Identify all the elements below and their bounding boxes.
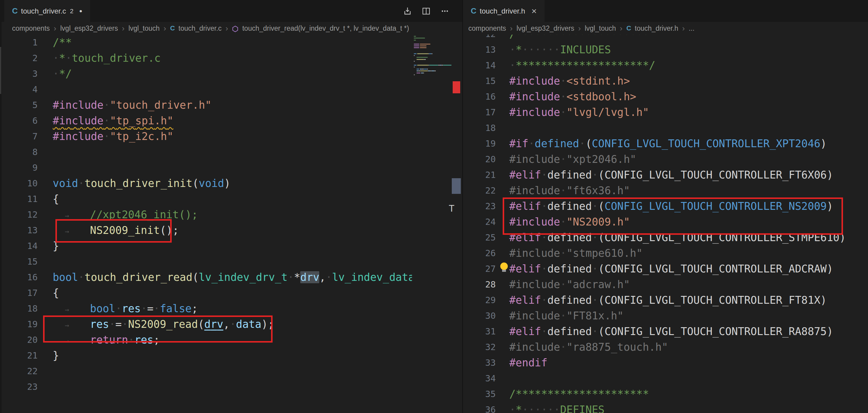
- code-line[interactable]: 12/*********************: [463, 35, 868, 42]
- download-icon[interactable]: [403, 6, 412, 16]
- line-number[interactable]: 17: [0, 285, 38, 301]
- lightbulb-icon[interactable]: [500, 262, 508, 270]
- line-number[interactable]: 30: [463, 308, 496, 324]
- breadcrumb-item-lvgl-esp32-drivers[interactable]: lvgl_esp32_drivers: [60, 24, 118, 33]
- code-line[interactable]: 11{: [0, 191, 412, 207]
- line-number[interactable]: 35: [463, 386, 496, 402]
- line-number[interactable]: 26: [463, 245, 496, 261]
- scrollbar-left[interactable]: T: [452, 35, 461, 413]
- line-number[interactable]: 2: [0, 50, 38, 66]
- code-line[interactable]: 26#include·"stmpe610.h": [463, 245, 868, 261]
- code-line[interactable]: 19#if·defined·(CONFIG_LVGL_TOUCH_CONTROL…: [463, 136, 868, 151]
- line-number[interactable]: 22: [0, 363, 38, 379]
- code-line[interactable]: 10void·touch_driver_init(void): [0, 176, 412, 191]
- line-number[interactable]: 36: [463, 402, 496, 413]
- code-line[interactable]: 22: [0, 363, 412, 379]
- code-line[interactable]: 12→//xpt2046_init();: [0, 207, 412, 222]
- code-line[interactable]: 16bool·touch_driver_read(lv_indev_drv_t·…: [0, 269, 412, 285]
- code-line[interactable]: 14·*********************/: [463, 58, 868, 73]
- line-number[interactable]: 13: [0, 222, 38, 238]
- breadcrumb-item-ellipsis[interactable]: ...: [689, 24, 694, 33]
- code-line[interactable]: 22#include·"ft6x36.h": [463, 183, 868, 198]
- line-number[interactable]: 20: [0, 332, 38, 348]
- code-line[interactable]: 23: [0, 379, 412, 394]
- line-number[interactable]: 18: [0, 301, 38, 316]
- breadcrumb-item-lvgl-esp32-drivers[interactable]: lvgl_esp32_drivers: [517, 24, 575, 33]
- code-line[interactable]: 13·*······INCLUDES: [463, 42, 868, 58]
- line-number[interactable]: 20: [463, 151, 496, 167]
- code-line[interactable]: 21}: [0, 348, 412, 363]
- line-number[interactable]: 25: [463, 230, 496, 245]
- minimap[interactable]: [413, 36, 451, 132]
- breadcrumb-item-symbol[interactable]: touch_driver_read(lv_indev_drv_t *, lv_i…: [242, 24, 409, 33]
- code-line[interactable]: 5#include·"touch_driver.h": [0, 97, 412, 113]
- line-number[interactable]: 6: [0, 113, 38, 129]
- code-line[interactable]: 33#endif: [463, 355, 868, 371]
- tab-touch-driver-h[interactable]: C touch_driver.h ×: [463, 0, 545, 22]
- line-number[interactable]: 15: [463, 73, 496, 89]
- close-icon[interactable]: ×: [532, 7, 537, 15]
- code-line[interactable]: 29#elif·defined·(CONFIG_LVGL_TOUCH_CONTR…: [463, 292, 868, 308]
- code-line[interactable]: 15#include·<stdint.h>: [463, 73, 868, 89]
- line-number[interactable]: 8: [0, 144, 38, 160]
- split-editor-icon[interactable]: [421, 6, 431, 16]
- code-line[interactable]: 32#include·"ra8875_touch.h": [463, 339, 868, 355]
- editor-right[interactable]: 12/*********************13·*······INCLUD…: [463, 35, 868, 413]
- line-number[interactable]: 16: [463, 89, 496, 104]
- code-line[interactable]: 18: [463, 120, 868, 136]
- line-number[interactable]: 15: [0, 254, 38, 269]
- line-number[interactable]: 27: [463, 261, 496, 277]
- line-number[interactable]: 1: [0, 35, 38, 50]
- line-number[interactable]: 21: [463, 167, 496, 183]
- code-line[interactable]: 13→NS2009_init();: [0, 222, 412, 238]
- code-line[interactable]: 15: [0, 254, 412, 269]
- breadcrumb-item-lvgl-touch[interactable]: lvgl_touch: [585, 24, 616, 33]
- line-number[interactable]: 13: [463, 42, 496, 58]
- code-line[interactable]: 20#include·"xpt2046.h": [463, 151, 868, 167]
- line-number[interactable]: 32: [463, 339, 496, 355]
- code-line[interactable]: 36·*······DEFINES: [463, 402, 868, 413]
- code-line[interactable]: 16#include·<stdbool.h>: [463, 89, 868, 104]
- code-line[interactable]: 21#elif·defined·(CONFIG_LVGL_TOUCH_CONTR…: [463, 167, 868, 183]
- code-line[interactable]: 9: [0, 160, 412, 176]
- line-number[interactable]: 21: [0, 348, 38, 363]
- line-number[interactable]: 19: [463, 136, 496, 151]
- line-number[interactable]: 19: [0, 316, 38, 332]
- breadcrumb-item-file[interactable]: touch_driver.c: [179, 24, 222, 33]
- code-line[interactable]: 20→return·res;: [0, 332, 412, 348]
- code-line[interactable]: 2·*·touch_driver.c: [0, 50, 412, 66]
- breadcrumb-item-components[interactable]: components: [12, 24, 50, 33]
- scrollbar-thumb[interactable]: [452, 178, 461, 194]
- code-line[interactable]: 14}: [0, 238, 412, 254]
- line-number[interactable]: 29: [463, 292, 496, 308]
- tab-touch-driver-c[interactable]: C touch_driver.c 2 ●: [4, 0, 90, 22]
- line-number[interactable]: 14: [463, 58, 496, 73]
- line-number[interactable]: 22: [463, 183, 496, 198]
- code-line[interactable]: 30#include·"FT81x.h": [463, 308, 868, 324]
- line-number[interactable]: 33: [463, 355, 496, 371]
- code-line[interactable]: 6#include·"tp_spi.h": [0, 113, 412, 129]
- line-number[interactable]: 4: [0, 82, 38, 97]
- breadcrumb-item-lvgl-touch[interactable]: lvgl_touch: [128, 24, 160, 33]
- code-line[interactable]: 23#elif·defined·(CONFIG_LVGL_TOUCH_CONTR…: [463, 198, 868, 214]
- line-number[interactable]: 12: [463, 35, 496, 42]
- code-line[interactable]: 25#elif·defined·(CONFIG_LVGL_TOUCH_CONTR…: [463, 230, 868, 245]
- code-line[interactable]: 24#include·"NS2009.h": [463, 214, 868, 230]
- code-line[interactable]: 27#elif·defined·(CONFIG_LVGL_TOUCH_CONTR…: [463, 261, 868, 277]
- more-actions-icon[interactable]: [440, 6, 450, 16]
- editor-group-sash[interactable]: [462, 0, 463, 413]
- line-number[interactable]: 24: [463, 214, 496, 230]
- code-line[interactable]: 4: [0, 82, 412, 97]
- code-line[interactable]: 17#include·"lvgl/lvgl.h": [463, 104, 868, 120]
- code-line[interactable]: 19→res·=·NS2009_read(drv,·data);: [0, 316, 412, 332]
- line-number[interactable]: 12: [0, 207, 38, 222]
- code-line[interactable]: 31#elif·defined·(CONFIG_LVGL_TOUCH_CONTR…: [463, 324, 868, 339]
- code-line[interactable]: 7#include·"tp_i2c.h": [0, 129, 412, 144]
- modified-indicator-icon[interactable]: ●: [79, 8, 82, 14]
- line-number[interactable]: 3: [0, 66, 38, 82]
- code-line[interactable]: 28#include·"adcraw.h": [463, 277, 868, 292]
- breadcrumb-item-file[interactable]: touch_driver.h: [635, 24, 678, 33]
- line-number[interactable]: 14: [0, 238, 38, 254]
- line-number[interactable]: 18: [463, 120, 496, 136]
- code-line[interactable]: 18→bool·res·=·false;: [0, 301, 412, 316]
